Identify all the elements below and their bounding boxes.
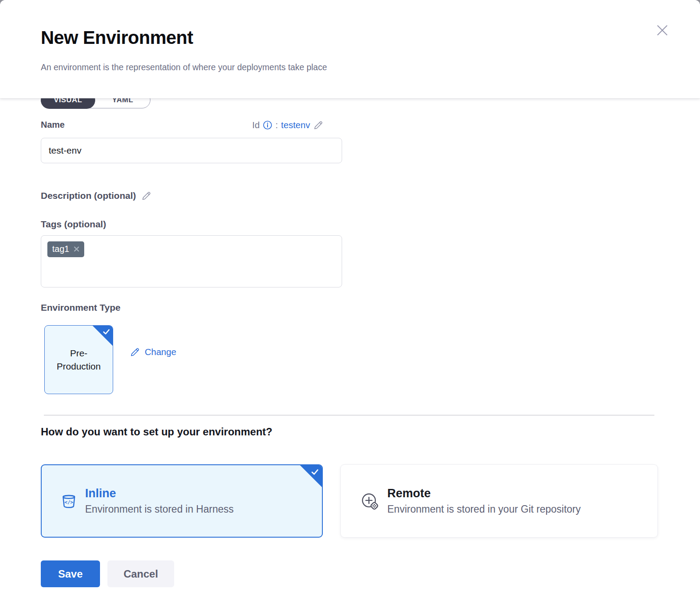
change-environment-type-link[interactable]: Change xyxy=(130,347,176,357)
option-card-inline[interactable]: </> Inline Environment is stored in Harn… xyxy=(41,464,323,538)
id-separator: : xyxy=(275,120,278,130)
dialog-subtitle: An environment is the representation of … xyxy=(41,62,327,72)
option-remote-title: Remote xyxy=(387,487,581,500)
id-value[interactable]: testenv xyxy=(281,120,310,130)
edit-id-icon[interactable] xyxy=(313,120,324,130)
page-title: New Environment xyxy=(41,26,193,49)
info-icon[interactable] xyxy=(263,120,272,130)
setup-heading: How do you want to set up your environme… xyxy=(41,426,272,438)
option-remote-description: Environment is stored in your Git reposi… xyxy=(387,503,581,515)
id-label: Id xyxy=(252,120,260,130)
svg-text:</>: </> xyxy=(64,499,73,505)
remove-tag-icon[interactable] xyxy=(73,246,80,252)
close-button[interactable] xyxy=(654,23,670,39)
remote-git-icon xyxy=(360,492,379,511)
option-inline-description: Environment is stored in Harness xyxy=(85,503,234,515)
screen: VISUAL YAML New Environment An environme… xyxy=(0,0,700,596)
name-input[interactable] xyxy=(41,138,342,163)
environment-type-value: Pre-Production xyxy=(54,347,104,373)
cancel-button[interactable]: Cancel xyxy=(107,560,174,587)
description-label: Description (optional) xyxy=(41,190,136,201)
check-icon xyxy=(103,329,110,335)
save-button[interactable]: Save xyxy=(41,560,100,587)
new-environment-dialog: VISUAL YAML New Environment An environme… xyxy=(0,0,700,596)
environment-type-card[interactable]: Pre-Production xyxy=(44,325,113,394)
inline-store-icon: </> xyxy=(60,492,78,510)
description-row: Description (optional) xyxy=(41,190,152,201)
change-link-label: Change xyxy=(145,347,176,357)
close-icon xyxy=(655,23,670,38)
tag-chip-label: tag1 xyxy=(52,244,69,254)
check-icon xyxy=(311,469,319,476)
environment-type-label: Environment Type xyxy=(41,302,121,313)
option-remote-text: Remote Environment is stored in your Git… xyxy=(387,487,581,515)
option-inline-text: Inline Environment is stored in Harness xyxy=(85,487,234,515)
tags-input[interactable]: tag1 xyxy=(41,235,342,287)
id-row: Id : testenv xyxy=(252,120,324,130)
name-label: Name xyxy=(41,120,64,130)
tag-chip: tag1 xyxy=(47,241,84,257)
option-card-remote[interactable]: Remote Environment is stored in your Git… xyxy=(340,464,658,538)
section-divider xyxy=(44,415,654,416)
option-inline-title: Inline xyxy=(85,487,234,500)
dialog-header: New Environment An environment is the re… xyxy=(0,0,700,98)
edit-description-icon[interactable] xyxy=(141,190,152,201)
edit-change-icon xyxy=(130,347,140,357)
tags-label: Tags (optional) xyxy=(41,219,106,230)
